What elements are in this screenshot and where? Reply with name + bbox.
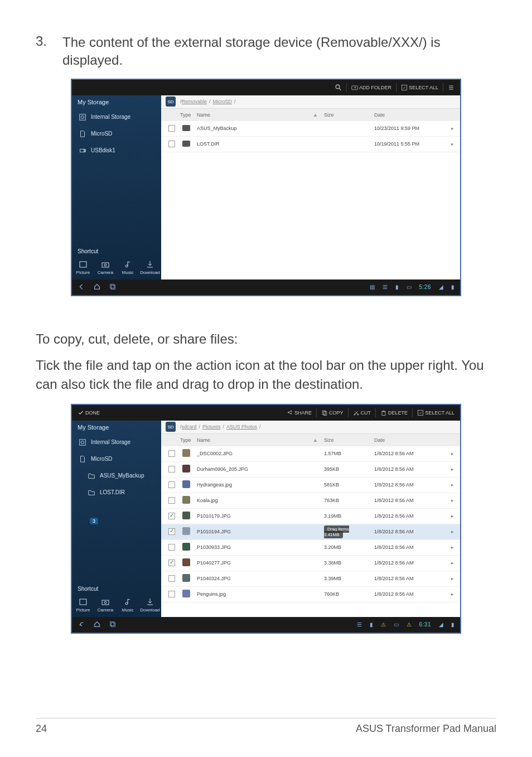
download-icon: [146, 260, 154, 269]
select-all-label: SELECT ALL: [425, 410, 454, 416]
col-type[interactable]: Type: [180, 437, 197, 443]
delete-button[interactable]: DELETE: [378, 408, 410, 417]
chevron-right-icon[interactable]: ▸: [447, 513, 458, 519]
select-all-icon: [417, 409, 424, 416]
copy-button[interactable]: COPY: [319, 408, 346, 417]
shortcut-music[interactable]: Music: [117, 260, 139, 275]
copy-icon: [321, 409, 328, 416]
select-all-button[interactable]: SELECT ALL: [415, 408, 457, 417]
table-row[interactable]: P1010179.JPG3.19MB1/8/2012 8:56 AM▸: [161, 509, 460, 524]
menu-button[interactable]: [446, 83, 457, 92]
recents-button[interactable]: [109, 283, 117, 292]
list-header: Type Name ▲ Size Date: [161, 109, 460, 121]
chevron-right-icon[interactable]: ▸: [447, 126, 458, 131]
row-checkbox[interactable]: [168, 591, 175, 597]
svg-rect-30: [111, 623, 115, 626]
row-checkbox[interactable]: [168, 497, 175, 504]
shortcut-picture[interactable]: Picture: [72, 597, 94, 613]
status-icon: ⚠: [407, 621, 412, 628]
sidebar-item-asus-mybackup[interactable]: ASUS_MyBackup: [72, 467, 161, 484]
table-row[interactable]: ASUS_MyBackup10/23/2011 9:59 PM▸: [161, 121, 460, 137]
breadcrumb-seg[interactable]: Removable: [182, 99, 207, 104]
recents-button[interactable]: [109, 620, 117, 629]
table-row[interactable]: _DSC0002.JPG1.57MB1/8/2012 8:56 AM▸: [161, 446, 460, 462]
chevron-right-icon[interactable]: ▸: [447, 466, 458, 472]
table-row[interactable]: Penguins.jpg760KB1/8/2012 8:56 AM▸: [161, 587, 460, 602]
file-date: 1/8/2012 8:56 AM: [374, 466, 447, 472]
col-date[interactable]: Date: [374, 112, 447, 118]
chevron-right-icon[interactable]: ▸: [447, 576, 458, 581]
col-size[interactable]: Size: [324, 437, 374, 443]
table-row[interactable]: P1010194.JPGDrag items3.41MB1/8/2012 8:5…: [161, 524, 460, 540]
select-all-button[interactable]: SELECT ALL: [399, 83, 441, 92]
chevron-right-icon[interactable]: ▸: [447, 451, 458, 456]
status-icon: ▮: [370, 621, 373, 628]
row-checkbox[interactable]: [168, 544, 175, 551]
breadcrumb-seg[interactable]: MicroSD: [213, 99, 233, 104]
row-checkbox[interactable]: [168, 141, 175, 147]
row-checkbox[interactable]: [168, 513, 175, 519]
sidebar-item-microsd[interactable]: MicroSD: [72, 126, 161, 142]
chevron-right-icon[interactable]: ▸: [447, 591, 458, 597]
shortcut-picture[interactable]: Picture: [72, 260, 94, 275]
recents-icon: [109, 283, 117, 291]
shortcut-download[interactable]: Download: [139, 260, 161, 275]
home-button[interactable]: [93, 283, 101, 292]
add-folder-button[interactable]: ADD FOLDER: [349, 83, 394, 92]
col-name[interactable]: Name: [197, 112, 313, 118]
table-row[interactable]: Hydrangeas.jpg581KB1/8/2012 8:56 AM▸: [161, 478, 460, 493]
sidebar-item-internal-storage[interactable]: Internal Storage: [72, 434, 161, 451]
row-checkbox[interactable]: [168, 528, 175, 535]
row-checkbox[interactable]: [168, 481, 175, 488]
chevron-right-icon[interactable]: ▸: [447, 529, 458, 534]
row-checkbox[interactable]: [168, 450, 175, 457]
chevron-right-icon[interactable]: ▸: [447, 560, 458, 566]
svg-point-15: [288, 412, 289, 413]
chevron-right-icon[interactable]: ▸: [447, 141, 458, 147]
shortcut-camera[interactable]: Camera: [94, 260, 117, 275]
share-button[interactable]: SHARE: [284, 408, 314, 417]
sidebar-item-microsd[interactable]: MicroSD: [72, 451, 161, 467]
table-row[interactable]: LOST.DIR10/19/2011 5:55 PM▸: [161, 137, 460, 152]
chevron-right-icon[interactable]: ▸: [447, 498, 458, 503]
file-name: Durham0906_205.JPG: [197, 466, 313, 472]
chevron-right-icon[interactable]: ▸: [447, 544, 458, 550]
file-name: Koala.jpg: [197, 498, 313, 503]
shortcut-camera[interactable]: Camera: [94, 597, 117, 613]
home-button[interactable]: [93, 620, 101, 629]
col-type[interactable]: Type: [180, 112, 197, 118]
back-button[interactable]: [78, 620, 85, 629]
wifi-icon: ◢: [439, 284, 443, 290]
sidebar-item-usbdisk[interactable]: USBdisk1: [72, 142, 161, 159]
back-button[interactable]: [78, 283, 85, 292]
col-size[interactable]: Size: [324, 112, 374, 118]
table-row[interactable]: Durham0906_205.JPG395KB1/8/2012 8:56 AM▸: [161, 462, 460, 478]
col-date[interactable]: Date: [374, 437, 447, 443]
chevron-right-icon[interactable]: ▸: [447, 482, 458, 488]
search-button[interactable]: [333, 83, 344, 92]
table-row[interactable]: Koala.jpg763KB1/8/2012 8:56 AM▸: [161, 493, 460, 509]
done-button[interactable]: DONE: [75, 408, 102, 417]
drag-items-badge: Drag items3.41MB: [324, 525, 349, 538]
row-checkbox[interactable]: [168, 560, 175, 566]
breadcrumb-seg[interactable]: Pictures: [202, 424, 221, 430]
row-checkbox[interactable]: [168, 125, 175, 132]
sidebar-item-internal-storage[interactable]: Internal Storage: [72, 109, 161, 126]
table-row[interactable]: P1040324.JPG3.39MB1/8/2012 8:56 AM▸: [161, 571, 460, 587]
usb-icon: [79, 147, 86, 155]
add-folder-icon: [351, 84, 358, 91]
table-row[interactable]: P1030933.JPG3.20MB1/8/2012 8:56 AM▸: [161, 540, 460, 556]
shortcut-download[interactable]: Download: [139, 597, 161, 613]
svg-point-28: [125, 602, 128, 605]
col-name[interactable]: Name: [197, 437, 313, 443]
file-name: P1040277.JPG: [197, 560, 313, 566]
shortcut-music[interactable]: Music: [117, 597, 139, 613]
breadcrumb-seg[interactable]: sdcard: [182, 424, 197, 430]
row-checkbox[interactable]: [168, 575, 175, 582]
svg-rect-22: [418, 410, 423, 415]
cut-button[interactable]: CUT: [351, 408, 374, 417]
sidebar-item-lostdir[interactable]: LOST.DIR: [72, 484, 161, 501]
row-checkbox[interactable]: [168, 466, 175, 472]
table-row[interactable]: P1040277.JPG3.36MB1/8/2012 8:56 AM▸: [161, 556, 460, 571]
breadcrumb-seg[interactable]: ASUS Photos: [226, 424, 257, 430]
